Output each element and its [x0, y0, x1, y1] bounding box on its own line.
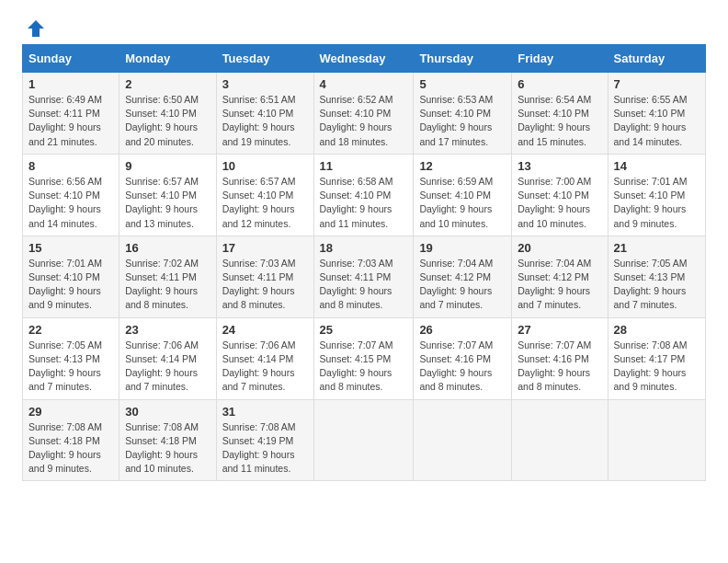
day-detail: Sunrise: 7:07 AMSunset: 4:16 PMDaylight:… [518, 339, 591, 393]
day-number: 8 [28, 159, 113, 173]
calendar-cell: 8Sunrise: 6:56 AMSunset: 4:10 PMDaylight… [23, 154, 119, 236]
day-detail: Sunrise: 6:59 AMSunset: 4:10 PMDaylight:… [419, 176, 493, 229]
day-number: 22 [28, 323, 113, 337]
calendar-cell [313, 399, 414, 481]
calendar-cell: 12Sunrise: 6:59 AMSunset: 4:10 PMDayligh… [414, 154, 512, 236]
day-number: 13 [518, 159, 601, 173]
day-number: 21 [614, 241, 700, 255]
day-detail: Sunrise: 7:03 AMSunset: 4:11 PMDaylight:… [222, 258, 296, 311]
day-number: 2 [125, 77, 210, 91]
col-friday: Friday [512, 45, 608, 73]
day-number: 6 [518, 77, 601, 91]
day-detail: Sunrise: 7:01 AMSunset: 4:10 PMDaylight:… [614, 176, 688, 229]
day-number: 27 [518, 323, 601, 337]
calendar-cell: 17Sunrise: 7:03 AMSunset: 4:11 PMDayligh… [216, 236, 313, 317]
day-detail: Sunrise: 7:01 AMSunset: 4:10 PMDaylight:… [28, 258, 102, 311]
day-number: 5 [419, 77, 506, 91]
day-detail: Sunrise: 7:02 AMSunset: 4:11 PMDaylight:… [125, 258, 199, 311]
day-number: 7 [614, 77, 700, 91]
day-number: 3 [222, 77, 308, 91]
calendar-cell: 9Sunrise: 6:57 AMSunset: 4:10 PMDaylight… [119, 154, 216, 236]
day-number: 20 [518, 241, 601, 255]
day-number: 16 [125, 241, 210, 255]
logo [22, 18, 46, 35]
calendar-cell-5: 5Sunrise: 6:53 AMSunset: 4:10 PMDaylight… [414, 73, 512, 155]
day-detail: Sunrise: 7:04 AMSunset: 4:12 PMDaylight:… [419, 258, 493, 311]
calendar-table: Sunday Monday Tuesday Wednesday Thursday… [22, 44, 706, 481]
day-detail: Sunrise: 7:05 AMSunset: 4:13 PMDaylight:… [28, 339, 102, 393]
calendar-cell: 26Sunrise: 7:07 AMSunset: 4:16 PMDayligh… [414, 317, 512, 399]
col-tuesday: Tuesday [216, 45, 313, 73]
calendar-cell: 30Sunrise: 7:08 AMSunset: 4:18 PMDayligh… [119, 399, 216, 481]
day-detail: Sunrise: 6:57 AMSunset: 4:10 PMDaylight:… [125, 176, 199, 229]
day-number: 28 [614, 323, 700, 337]
day-detail: Sunrise: 6:49 AMSunset: 4:11 PMDaylight:… [28, 94, 102, 147]
day-number: 9 [125, 159, 210, 173]
calendar-cell: 13Sunrise: 7:00 AMSunset: 4:10 PMDayligh… [512, 154, 608, 236]
day-number: 30 [125, 405, 210, 419]
calendar-cell: 29Sunrise: 7:08 AMSunset: 4:18 PMDayligh… [23, 399, 119, 481]
day-detail: Sunrise: 7:08 AMSunset: 4:17 PMDaylight:… [614, 339, 688, 393]
col-saturday: Saturday [608, 45, 706, 73]
calendar-cell-6: 6Sunrise: 6:54 AMSunset: 4:10 PMDaylight… [512, 73, 608, 155]
col-sunday: Sunday [23, 45, 119, 73]
day-number: 24 [222, 323, 308, 337]
day-detail: Sunrise: 7:00 AMSunset: 4:10 PMDaylight:… [518, 176, 591, 229]
calendar-cell: 27Sunrise: 7:07 AMSunset: 4:16 PMDayligh… [512, 317, 608, 399]
day-detail: Sunrise: 6:53 AMSunset: 4:10 PMDaylight:… [419, 94, 493, 147]
calendar-cell: 15Sunrise: 7:01 AMSunset: 4:10 PMDayligh… [23, 236, 119, 317]
calendar-cell: 24Sunrise: 7:06 AMSunset: 4:14 PMDayligh… [216, 317, 313, 399]
day-detail: Sunrise: 7:05 AMSunset: 4:13 PMDaylight:… [614, 258, 688, 311]
day-detail: Sunrise: 7:08 AMSunset: 4:18 PMDaylight:… [125, 421, 199, 475]
calendar-cell [608, 399, 706, 481]
day-number: 4 [320, 77, 408, 91]
day-number: 18 [320, 241, 408, 255]
svg-marker-0 [28, 20, 44, 37]
day-detail: Sunrise: 7:04 AMSunset: 4:12 PMDaylight:… [518, 258, 591, 311]
day-number: 10 [222, 159, 308, 173]
day-number: 19 [419, 241, 506, 255]
calendar-cell: 19Sunrise: 7:04 AMSunset: 4:12 PMDayligh… [414, 236, 512, 317]
calendar-cell: 31Sunrise: 7:08 AMSunset: 4:19 PMDayligh… [216, 399, 313, 481]
day-detail: Sunrise: 7:06 AMSunset: 4:14 PMDaylight:… [222, 339, 296, 393]
calendar-cell [512, 399, 608, 481]
calendar-cell: 21Sunrise: 7:05 AMSunset: 4:13 PMDayligh… [608, 236, 706, 317]
day-number: 23 [125, 323, 210, 337]
calendar-cell-4: 4Sunrise: 6:52 AMSunset: 4:10 PMDaylight… [313, 73, 414, 155]
col-monday: Monday [119, 45, 216, 73]
day-number: 15 [28, 241, 113, 255]
header-section [22, 18, 706, 35]
day-number: 31 [222, 405, 308, 419]
calendar-cell: 14Sunrise: 7:01 AMSunset: 4:10 PMDayligh… [608, 154, 706, 236]
day-detail: Sunrise: 6:55 AMSunset: 4:10 PMDaylight:… [614, 94, 688, 147]
logo-icon [26, 18, 46, 39]
calendar-cell: 22Sunrise: 7:05 AMSunset: 4:13 PMDayligh… [23, 317, 119, 399]
calendar-cell: 25Sunrise: 7:07 AMSunset: 4:15 PMDayligh… [313, 317, 414, 399]
calendar-cell-1: 1Sunrise: 6:49 AMSunset: 4:11 PMDaylight… [23, 73, 119, 155]
day-detail: Sunrise: 7:07 AMSunset: 4:15 PMDaylight:… [320, 339, 393, 393]
calendar-cell: 28Sunrise: 7:08 AMSunset: 4:17 PMDayligh… [608, 317, 706, 399]
day-number: 1 [28, 77, 113, 91]
day-detail: Sunrise: 6:54 AMSunset: 4:10 PMDaylight:… [518, 94, 591, 147]
day-detail: Sunrise: 6:52 AMSunset: 4:10 PMDaylight:… [320, 94, 393, 147]
calendar-cell-2: 2Sunrise: 6:50 AMSunset: 4:10 PMDaylight… [119, 73, 216, 155]
day-detail: Sunrise: 6:57 AMSunset: 4:10 PMDaylight:… [222, 176, 296, 229]
calendar-cell: 10Sunrise: 6:57 AMSunset: 4:10 PMDayligh… [216, 154, 313, 236]
calendar-cell [414, 399, 512, 481]
calendar-cell-3: 3Sunrise: 6:51 AMSunset: 4:10 PMDaylight… [216, 73, 313, 155]
day-detail: Sunrise: 7:03 AMSunset: 4:11 PMDaylight:… [320, 258, 393, 311]
day-detail: Sunrise: 6:58 AMSunset: 4:10 PMDaylight:… [320, 176, 393, 229]
calendar-cell: 23Sunrise: 7:06 AMSunset: 4:14 PMDayligh… [119, 317, 216, 399]
day-detail: Sunrise: 7:07 AMSunset: 4:16 PMDaylight:… [419, 339, 493, 393]
page-container: Sunday Monday Tuesday Wednesday Thursday… [22, 18, 706, 481]
day-detail: Sunrise: 7:08 AMSunset: 4:19 PMDaylight:… [222, 421, 296, 475]
day-detail: Sunrise: 6:51 AMSunset: 4:10 PMDaylight:… [222, 94, 296, 147]
calendar-cell: 20Sunrise: 7:04 AMSunset: 4:12 PMDayligh… [512, 236, 608, 317]
calendar-cell: 16Sunrise: 7:02 AMSunset: 4:11 PMDayligh… [119, 236, 216, 317]
day-detail: Sunrise: 6:56 AMSunset: 4:10 PMDaylight:… [28, 176, 102, 229]
calendar-header-row: Sunday Monday Tuesday Wednesday Thursday… [23, 45, 706, 73]
calendar-cell: 11Sunrise: 6:58 AMSunset: 4:10 PMDayligh… [313, 154, 414, 236]
day-detail: Sunrise: 7:06 AMSunset: 4:14 PMDaylight:… [125, 339, 199, 393]
day-number: 29 [28, 405, 113, 419]
day-number: 14 [614, 159, 700, 173]
